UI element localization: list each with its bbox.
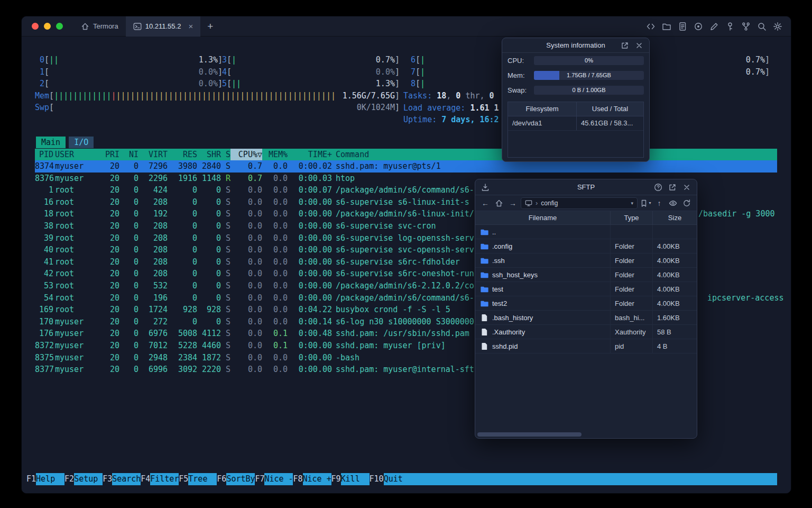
file-row[interactable]: test2Folder4.00KB [475, 296, 697, 311]
fn-key-f9[interactable]: F9Kill [331, 473, 370, 485]
file-row[interactable]: ssh_host_keysFolder4.00KB [475, 268, 697, 282]
traffic-lights [22, 23, 73, 30]
branch-icon[interactable] [741, 22, 751, 31]
forward-icon[interactable]: → [507, 197, 519, 209]
log-icon[interactable] [678, 22, 687, 31]
refresh-icon[interactable] [681, 197, 693, 209]
process-table-header[interactable]: PIDUSERPRINIVIRTRESSHRSCPU%▽MEM%TIME+Com… [35, 149, 777, 160]
bookmark-icon[interactable]: ▾ [640, 197, 651, 209]
computer-icon [525, 199, 532, 207]
app-window: Termora 10.211.55.2 × + 0[||1.3%]3[|0.7%… [21, 16, 791, 494]
toolbar-icons [646, 22, 791, 31]
fn-key-f2[interactable]: F2Setup [64, 473, 103, 485]
file-icon [481, 314, 488, 322]
transfers-icon[interactable] [481, 183, 490, 192]
command-overflow-text: ipcserver-access [707, 292, 784, 304]
swap-label: Swap: [508, 86, 534, 94]
cpu-meter-4: 4[0.0%] [217, 66, 400, 78]
file-icon [481, 342, 488, 350]
file-row[interactable]: .sshFolder4.00KB [475, 253, 697, 268]
htop-tab-io[interactable]: I/O [69, 137, 94, 148]
fn-key-f4[interactable]: F4Filter [141, 473, 179, 485]
command-overflow-text: /basedir -g 3000 [698, 208, 775, 220]
cpu-meter-0: 0[||1.3%] [35, 54, 223, 66]
up-directory-icon[interactable]: ↑ [653, 197, 665, 209]
tab-termora[interactable]: Termora [73, 16, 126, 37]
tab-label: Termora [93, 22, 118, 30]
system-info-header: System information [502, 38, 649, 53]
htop-screen-tabs: Main I/O [36, 137, 94, 148]
cpu-meter-5: 5[||1.3%] [217, 78, 400, 90]
chevron-down-icon[interactable]: ▾ [631, 201, 633, 206]
folder-icon[interactable] [662, 22, 671, 31]
home-icon[interactable] [493, 197, 505, 209]
tab-label: 10.211.55.2 [145, 22, 181, 30]
file-row[interactable]: .bash_historybash_hi...1.60KB [475, 311, 697, 325]
new-tab-button[interactable]: + [200, 21, 220, 32]
cpu-meter-2: 2[0.0%] [35, 78, 223, 90]
swap-progress-bar: 0 B / 1.00GB [534, 86, 644, 95]
sftp-table-header[interactable]: Filename Type Size [475, 211, 697, 225]
open-in-window-icon[interactable] [668, 183, 677, 192]
horizontal-scrollbar[interactable] [477, 432, 695, 437]
chevron-right-icon: › [536, 199, 538, 207]
function-key-bar: F1HelpF2SetupF3SearchF4FilterF5TreeF6Sor… [26, 473, 777, 485]
search-icon[interactable] [757, 22, 767, 31]
filesystem-row[interactable]: /dev/vda1 45.61GB / 58.3... [508, 116, 643, 131]
filesystem-table-header: Filesystem Used / Total [508, 102, 643, 116]
path-segment-config[interactable]: config [541, 199, 558, 207]
titlebar: Termora 10.211.55.2 × + [22, 16, 791, 37]
mem-progress-bar: 1.75GB / 7.65GB [534, 71, 644, 80]
edit-icon[interactable] [709, 22, 719, 31]
fn-key-f7[interactable]: F7Nice - [255, 473, 293, 485]
close-icon[interactable] [635, 41, 643, 50]
close-window-button[interactable] [32, 23, 39, 30]
sftp-navbar: ← → › config ▾ ▾ ↑ [475, 195, 697, 211]
process-row[interactable]: 8374myuser200729639802840S0.70.00:00.02s… [35, 160, 777, 173]
fn-key-f10[interactable]: F10Quit [370, 473, 412, 485]
swap-bar: Swp[0K/1024M] [35, 102, 400, 114]
close-icon[interactable] [682, 183, 691, 192]
cpu-meter-1: 1[0.0%] [35, 66, 223, 78]
sftp-header: SFTP [475, 179, 697, 195]
open-in-window-icon[interactable] [621, 41, 629, 50]
filesystem-table: Filesystem Used / Total /dev/vda1 45.61G… [508, 102, 644, 158]
file-row[interactable]: testFolder4.00KB [475, 282, 697, 296]
folder-icon [481, 242, 488, 250]
scrollbar-thumb[interactable] [477, 432, 582, 437]
cpu-progress-bar: 0% [534, 56, 644, 65]
back-icon[interactable]: ← [479, 197, 491, 209]
path-breadcrumb[interactable]: › config ▾ [521, 197, 638, 209]
maximize-window-button[interactable] [56, 23, 63, 30]
record-icon[interactable] [694, 22, 703, 31]
bookmark-dropdown-icon[interactable]: ▾ [649, 201, 651, 205]
swap-usage-row: Swap: 0 B / 1.00GB [502, 83, 649, 97]
fn-key-f5[interactable]: F5Tree [179, 473, 217, 485]
fn-key-f8[interactable]: F8Nice + [293, 473, 331, 485]
key-icon[interactable] [725, 22, 735, 31]
help-icon[interactable] [654, 183, 662, 192]
folder-icon [481, 257, 488, 265]
code-icon[interactable] [646, 22, 656, 31]
fn-key-f6[interactable]: F6SortBy [217, 473, 255, 485]
home-icon [81, 22, 89, 31]
mem-usage-row: Mem: 1.75GB / 7.65GB [502, 68, 649, 83]
file-row[interactable]: .. [475, 225, 697, 239]
htop-stats-block: Tasks: 18, 0 thr, 0Load average: 1.61 1U… [403, 90, 499, 126]
settings-icon[interactable] [773, 22, 782, 31]
file-row[interactable]: .XauthorityXauthority58 B [475, 325, 697, 339]
mem-label: Mem: [508, 71, 534, 79]
memory-bar: Mem[||||||||||||||||||||||||||||||||||||… [35, 90, 400, 102]
show-hidden-eye-icon[interactable] [667, 197, 679, 209]
minimize-window-button[interactable] [44, 23, 51, 30]
file-row[interactable]: sshd.pidpid4 B [475, 339, 697, 353]
fn-key-f3[interactable]: F3Search [103, 473, 141, 485]
fn-key-f1[interactable]: F1Help [26, 473, 64, 485]
folder-icon [481, 300, 488, 307]
file-row[interactable]: .configFolder4.00KB [475, 239, 697, 253]
tab-session-10-211-55-2[interactable]: 10.211.55.2 × [126, 16, 200, 37]
close-tab-icon[interactable]: × [188, 22, 193, 30]
sftp-file-list: ...configFolder4.00KB.sshFolder4.00KBssh… [475, 225, 697, 353]
folder-icon [481, 271, 488, 279]
htop-tab-main[interactable]: Main [36, 137, 66, 148]
